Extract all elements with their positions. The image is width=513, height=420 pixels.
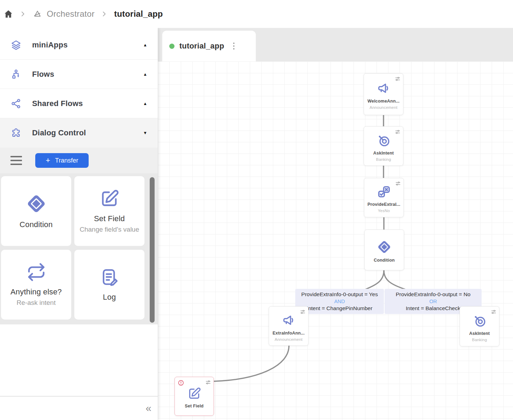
node-subtitle: Banking [472, 338, 487, 342]
log-icon [100, 268, 119, 287]
collapse-arrow-icon[interactable]: ▲ [143, 101, 147, 106]
sidebar-item-flows[interactable]: Flows ▲ [0, 60, 158, 89]
breadcrumb-current-page: tutorial_app [114, 9, 163, 19]
flow-node-askintent[interactable]: AskIntent Banking [364, 126, 403, 166]
breadcrumb: Orchestrator tutorial_app [0, 0, 513, 28]
plus-icon: + [46, 157, 50, 164]
sliders-icon[interactable] [395, 129, 401, 135]
condition-line: ProvideExtraInfo-0-output = Yes [299, 291, 380, 298]
condition-line: ProvideExtraInfo-0-output = No [388, 291, 478, 298]
palette-card-log[interactable]: Log [74, 250, 144, 320]
transfer-toolbar: + Transfer [0, 148, 158, 173]
orchestrator-logo-icon [33, 9, 42, 18]
palette-scrollbar[interactable] [150, 177, 155, 323]
canvas-grid[interactable] [158, 61, 513, 420]
palette-card-title: Set Field [94, 214, 125, 223]
orchestrator-app: Orchestrator tutorial_app tutorial_app [0, 0, 513, 420]
condition-line: Intent = ChangePinNumber [299, 305, 380, 312]
sliders-icon[interactable] [491, 309, 497, 315]
palette-card-subtitle: Re-ask intent [17, 299, 56, 307]
repeat-icon [27, 262, 46, 282]
condition-operator: AND [299, 298, 380, 305]
node-subtitle: Announcement [275, 337, 303, 342]
node-title: Set Field [185, 404, 204, 408]
branch-condition-label[interactable]: ProvideExtraInfo-0-output = Yes AND Inte… [295, 289, 384, 314]
collapse-arrow-icon[interactable]: ▼ [143, 130, 147, 135]
tab-label: tutorial_app [179, 42, 224, 51]
dialog-control-palette: Condition Set Field Change field's value… [0, 173, 158, 324]
node-title: ExtraInfoAnn... [273, 331, 305, 336]
layers-icon [10, 39, 22, 51]
sidebar-item-label: Dialog Control [32, 128, 86, 137]
flow-icon [10, 69, 22, 80]
intent-icon [472, 313, 487, 328]
node-title: AskIntent [373, 151, 394, 156]
node-subtitle: Banking [376, 157, 391, 162]
sliders-icon[interactable] [395, 181, 401, 187]
sliders-icon[interactable] [300, 309, 306, 315]
transfer-button[interactable]: + Transfer [35, 153, 89, 168]
tab-row: tutorial_app [158, 28, 513, 61]
sidebar-footer: « [0, 396, 158, 420]
status-dot [169, 44, 174, 49]
sidebar-item-miniapps[interactable]: miniApps ▲ [0, 30, 158, 60]
diamond-icon [377, 239, 392, 255]
collapse-arrow-icon[interactable]: ▲ [143, 72, 147, 77]
node-title: Condition [374, 258, 395, 263]
sidebar-item-dialog-control[interactable]: Dialog Control ▼ [0, 118, 158, 148]
sidebar-item-label: Shared Flows [32, 99, 83, 108]
condition-operator: OR [388, 298, 478, 305]
palette-card-set-field[interactable]: Set Field Change field's value [74, 176, 144, 246]
sidebar-item-shared-flows[interactable]: Shared Flows ▲ [0, 89, 158, 118]
breadcrumb-orchestrator[interactable]: Orchestrator [47, 9, 95, 19]
chevron-right-icon [101, 10, 108, 17]
error-icon [178, 380, 184, 386]
tab-menu-icon[interactable] [233, 43, 235, 50]
node-title: AskIntent [469, 331, 490, 336]
puzzle-icon [10, 127, 22, 138]
collapse-sidebar-icon[interactable]: « [146, 403, 151, 413]
palette-card-condition[interactable]: Condition [1, 176, 71, 246]
edit-icon [99, 188, 120, 209]
palette-card-anything-else[interactable]: Anything else? Re-ask intent [1, 250, 71, 320]
sliders-icon[interactable] [395, 76, 401, 82]
node-title: WelcomeAnn... [367, 99, 400, 104]
flow-node-setfield[interactable]: Set Field [174, 377, 214, 416]
palette-card-subtitle: Change field's value [80, 225, 139, 234]
sidebar-item-label: miniApps [32, 40, 68, 50]
flow-node-condition[interactable]: Condition [364, 230, 404, 270]
palette-card-title: Condition [20, 220, 53, 229]
tab-tutorial-app[interactable]: tutorial_app [162, 31, 256, 61]
sliders-icon[interactable] [205, 380, 211, 385]
palette-card-title: Anything else? [10, 287, 62, 297]
intent-icon [376, 133, 391, 148]
announcement-icon [281, 313, 296, 328]
node-title: ProvideExtraI... [367, 202, 400, 207]
flow-node-welcome-announcement[interactable]: WelcomeAnn... Announcement [364, 73, 403, 115]
sidebar-empty-area [0, 324, 158, 396]
flow-node-askintent-2[interactable]: AskIntent Banking [460, 306, 499, 346]
announcement-icon [376, 81, 391, 96]
flow-node-provideextrainfo[interactable]: ProvideExtraI... YesNo [364, 178, 404, 217]
palette-card-title: Log [103, 293, 116, 302]
sidebar: miniApps ▲ Flows ▲ Shared Flows ▲ Dialog… [0, 28, 158, 420]
hamburger-menu-icon[interactable] [10, 156, 22, 165]
share-icon [10, 98, 22, 109]
flow-node-extrainfo-announcement[interactable]: ExtraInfoAnn... Announcement [269, 306, 308, 346]
yesno-icon [377, 185, 391, 199]
diamond-icon [25, 193, 47, 215]
collapse-arrow-icon[interactable]: ▲ [143, 43, 147, 47]
sidebar-item-label: Flows [32, 70, 54, 79]
home-icon[interactable] [3, 9, 13, 19]
node-subtitle: YesNo [378, 209, 390, 213]
flow-canvas[interactable]: tutorial_app ProvideExtraInfo-0-output =… [158, 28, 513, 420]
node-subtitle: Announcement [370, 105, 397, 110]
chevron-right-icon [20, 10, 27, 17]
edit-icon [187, 387, 201, 400]
transfer-button-label: Transfer [55, 157, 78, 164]
